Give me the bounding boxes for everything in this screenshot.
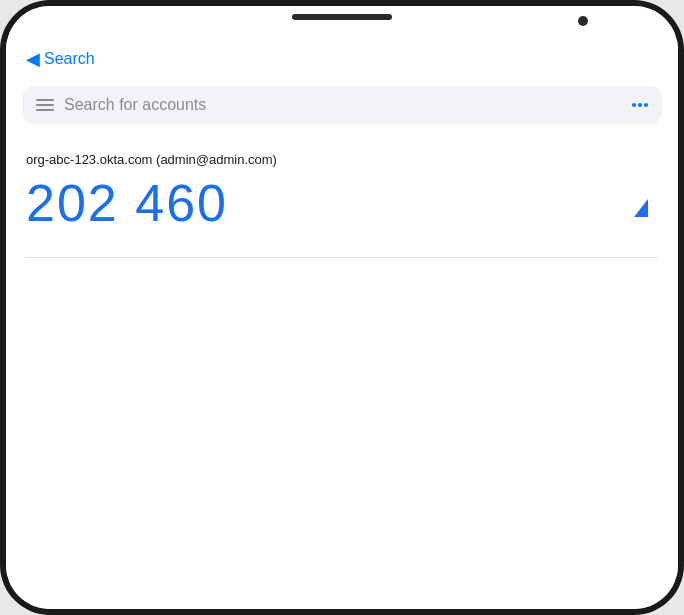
account-section: org-abc-123.okta.com (admin@admin.com) 2…: [6, 136, 678, 241]
more-dot: [638, 103, 642, 107]
nav-bar: ◀ Search: [6, 36, 678, 78]
account-number-row: 202 460: [26, 173, 658, 233]
phone-frame: ◀ Search Search for accounts: [0, 0, 684, 615]
more-options-button[interactable]: [632, 103, 648, 107]
screen-content: ◀ Search Search for accounts: [6, 36, 678, 609]
back-arrow-icon: ◀: [26, 48, 40, 70]
hamburger-line: [36, 109, 54, 111]
account-number[interactable]: 202 460: [26, 173, 228, 233]
signal-icon: [634, 199, 648, 217]
divider: [26, 257, 658, 258]
speaker-pill: [292, 14, 392, 20]
phone-screen: ◀ Search Search for accounts: [6, 6, 678, 609]
search-placeholder[interactable]: Search for accounts: [64, 96, 622, 114]
more-dot: [632, 103, 636, 107]
camera-dot: [578, 16, 588, 26]
search-bar-container: Search for accounts: [6, 78, 678, 136]
status-bar: [6, 6, 678, 36]
search-bar[interactable]: Search for accounts: [22, 86, 662, 124]
account-org-label: org-abc-123.okta.com (admin@admin.com): [26, 152, 658, 167]
hamburger-line: [36, 99, 54, 101]
hamburger-line: [36, 104, 54, 106]
back-button[interactable]: ◀ Search: [26, 48, 95, 70]
hamburger-icon[interactable]: [36, 99, 54, 111]
back-label: Search: [44, 50, 95, 68]
more-dot: [644, 103, 648, 107]
